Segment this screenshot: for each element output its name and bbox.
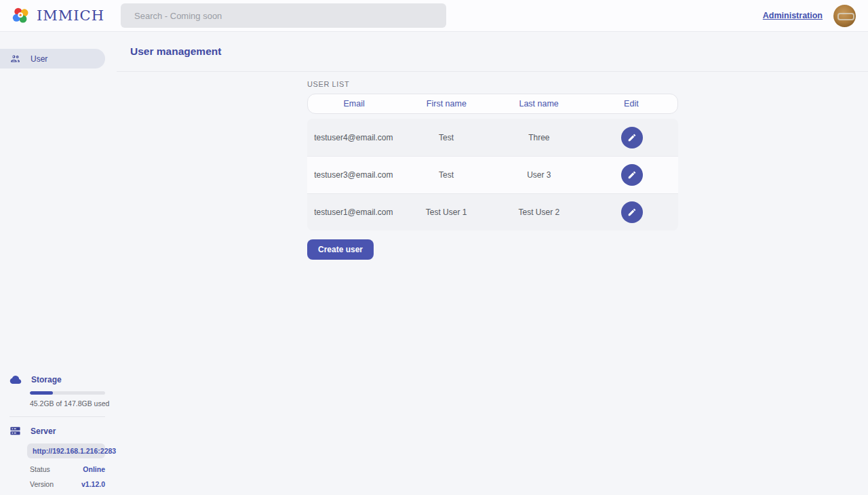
server-icon (9, 425, 21, 437)
version-value: v1.12.0 (81, 480, 105, 488)
search-bar (121, 3, 446, 28)
version-label: Version (30, 480, 54, 488)
table-header-row: Email First name Last name Edit (307, 94, 678, 114)
sidebar: User Storage 45.2GB of 147.8GB used (0, 32, 116, 495)
page-title: User management (130, 45, 221, 58)
pencil-icon (627, 133, 637, 142)
edit-user-button[interactable] (621, 127, 643, 148)
server-section-header: Server (0, 425, 116, 437)
server-title: Server (31, 427, 56, 436)
cell-last-name: Test User 2 (493, 207, 586, 217)
pencil-icon (627, 170, 637, 180)
create-user-button[interactable]: Create user (307, 239, 374, 260)
topbar-right: Administration (763, 5, 856, 27)
immich-logo[interactable]: IMMICH (11, 5, 121, 26)
table-body: testuser4@email.com Test Three (307, 119, 678, 231)
table-row: testuser4@email.com Test Three (307, 119, 678, 156)
storage-progress-bar (30, 391, 105, 395)
search-input[interactable] (121, 3, 446, 28)
pencil-icon (627, 207, 637, 217)
user-avatar[interactable] (833, 5, 856, 27)
main-content: User management USER LIST Email First na… (116, 32, 868, 495)
cell-last-name: Three (493, 133, 586, 142)
sidebar-item-user[interactable]: User (0, 49, 105, 68)
cell-email: testuser4@email.com (307, 133, 400, 142)
header-last-name: Last name (493, 99, 585, 108)
storage-progress-fill (30, 391, 53, 395)
users-group-icon (9, 53, 21, 64)
table-row: testuser1@email.com Test User 1 Test Use… (307, 193, 678, 231)
sidebar-footer: Storage 45.2GB of 147.8GB used (0, 374, 116, 488)
header-first-name: First name (400, 99, 492, 108)
storage-usage-text: 45.2GB of 147.8GB used (30, 399, 116, 408)
storage-title: Storage (31, 375, 62, 384)
cell-last-name: User 3 (493, 170, 586, 180)
cell-first-name: Test User 1 (400, 207, 493, 217)
immich-flower-icon (11, 5, 31, 26)
sidebar-item-user-label: User (31, 54, 47, 64)
server-version-row: Version v1.12.0 (30, 480, 105, 488)
user-list-label: USER LIST (307, 80, 678, 88)
cell-email: testuser1@email.com (307, 207, 400, 217)
cell-first-name: Test (400, 170, 493, 180)
storage-section-header: Storage (0, 374, 116, 386)
cell-email: testuser3@email.com (307, 170, 400, 180)
server-status-row: Status Online (30, 465, 105, 473)
table-row: testuser3@email.com Test User 3 (307, 156, 678, 193)
user-table: Email First name Last name Edit testuser… (307, 94, 678, 231)
edit-user-button[interactable] (621, 164, 643, 186)
status-value: Online (83, 465, 105, 473)
header-email: Email (308, 99, 400, 108)
cell-first-name: Test (400, 133, 493, 142)
top-bar: IMMICH Administration (0, 0, 868, 32)
title-bar: User management (117, 32, 868, 72)
server-url: http://192.168.1.216:2283 (27, 443, 105, 458)
brand-name: IMMICH (37, 7, 104, 24)
sidebar-divider (9, 416, 105, 417)
cloud-icon (9, 374, 22, 386)
edit-user-button[interactable] (621, 201, 643, 223)
administration-link[interactable]: Administration (763, 11, 823, 20)
status-label: Status (30, 465, 50, 473)
header-edit: Edit (585, 99, 677, 108)
